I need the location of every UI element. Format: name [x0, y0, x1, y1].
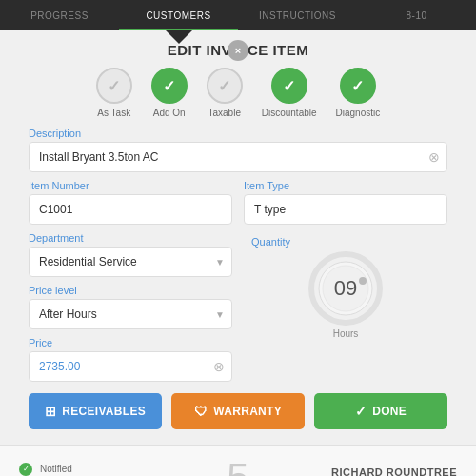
price-input-wrapper: ⊗	[29, 351, 232, 382]
quantity-label: Quantity	[251, 236, 290, 248]
toggle-circle-discountable[interactable]: ✓	[271, 68, 307, 104]
nav-customers[interactable]: CUSTOMERS	[119, 0, 238, 30]
item-type-input[interactable]	[244, 194, 447, 225]
top-navigation: PROGRESS CUSTOMERS INSTRUCTIONS 8-10	[0, 0, 476, 30]
item-type-section: Item Type	[244, 180, 447, 225]
description-input[interactable]	[29, 142, 447, 172]
notified-label: Notified	[40, 464, 72, 474]
nav-label: INSTRUCTIONS	[259, 10, 336, 21]
description-clear-icon[interactable]: ⊗	[428, 149, 440, 165]
warranty-button[interactable]: 🛡 WARRANTY	[171, 393, 305, 429]
department-select-wrapper: Residential Service Commercial HVAC ▼	[29, 247, 232, 277]
price-level-select[interactable]: After Hours Standard Premium	[29, 299, 232, 329]
done-button[interactable]: ✓ DONE	[314, 393, 447, 429]
toggle-label-as-task: As Task	[97, 108, 130, 118]
toggle-label-discountable: Discountable	[262, 108, 317, 118]
nav-arrow-indicator	[166, 30, 192, 44]
nav-progress[interactable]: PROGRESS	[0, 0, 119, 30]
toggle-label-taxable: Taxable	[208, 108, 241, 118]
toggle-row: ✓ As Task ✓ Add On ✓ Taxable ✓ Discounta…	[29, 68, 447, 118]
description-input-wrapper: ⊗	[29, 142, 447, 172]
close-button[interactable]: ×	[228, 40, 248, 61]
department-section: Department Residential Service Commercia…	[29, 232, 232, 277]
edit-invoice-modal: × EDIT INVOICE ITEM ✓ As Task ✓ Add On ✓…	[0, 30, 476, 445]
receivables-icon: ⊞	[45, 404, 56, 419]
toggle-discountable[interactable]: ✓ Discountable	[262, 68, 317, 118]
done-label: DONE	[372, 405, 407, 418]
price-label: Price	[29, 337, 232, 348]
customer-name: RICHARD ROUNDTREE	[268, 466, 457, 476]
quantity-knob[interactable]: 09	[307, 250, 384, 327]
customer-info: RICHARD ROUNDTREE +1 (614) 555-0123	[268, 466, 457, 476]
receivables-button[interactable]: ⊞ RECEIVABLES	[29, 393, 162, 429]
toggle-label-diagnostic: Diagnostic	[336, 108, 381, 118]
status-notified: ✓ Notified	[19, 463, 208, 476]
warranty-icon: 🛡	[194, 404, 208, 419]
toggle-circle-add-on[interactable]: ✓	[151, 68, 188, 104]
toggle-as-task[interactable]: ✓ As Task	[96, 68, 132, 118]
toggle-add-on[interactable]: ✓ Add On	[151, 68, 188, 118]
notified-check-icon: ✓	[19, 463, 32, 476]
nav-label: PROGRESS	[30, 10, 89, 21]
nav-label: CUSTOMERS	[146, 10, 210, 21]
price-level-label: Price level	[29, 285, 232, 296]
action-buttons: ⊞ RECEIVABLES 🛡 WARRANTY ✓ DONE	[29, 393, 447, 429]
toggle-diagnostic[interactable]: ✓ Diagnostic	[336, 68, 381, 118]
job-number: 5	[227, 455, 248, 477]
price-section: Price ⊗	[29, 337, 232, 382]
receivables-label: RECEIVABLES	[62, 405, 146, 418]
nav-instructions[interactable]: INSTRUCTIONS	[238, 0, 357, 30]
department-label: Department	[29, 232, 232, 244]
item-number-wrapper	[29, 194, 232, 225]
toggle-label-add-on: Add On	[153, 108, 186, 118]
quantity-value: 09	[334, 276, 357, 301]
done-icon: ✓	[355, 404, 367, 419]
price-clear-icon[interactable]: ⊗	[213, 359, 225, 374]
quantity-unit-label: Hours	[333, 328, 359, 339]
bottom-bar: ✓ Notified ✓ Dispatched 5 RICHARD ROUNDT…	[0, 445, 476, 476]
description-section: Description ⊗	[29, 128, 447, 172]
warranty-label: WARRANTY	[213, 405, 282, 418]
item-number-label: Item Number	[29, 180, 232, 191]
price-input[interactable]	[29, 351, 232, 382]
description-label: Description	[29, 128, 447, 139]
department-select[interactable]: Residential Service Commercial HVAC	[29, 247, 232, 277]
nav-time[interactable]: 8-10	[357, 0, 476, 30]
left-fields: Department Residential Service Commercia…	[29, 232, 232, 382]
svg-point-3	[359, 277, 367, 285]
item-type-wrapper	[244, 194, 447, 225]
toggle-circle-as-task[interactable]: ✓	[96, 68, 132, 104]
quantity-section: Quantity 09 Hours	[244, 232, 447, 339]
item-number-section: Item Number	[29, 180, 232, 225]
item-row: Item Number Item Type	[29, 180, 447, 225]
bottom-form: Department Residential Service Commercia…	[29, 232, 447, 382]
nav-label: 8-10	[406, 10, 426, 21]
price-level-section: Price level After Hours Standard Premium…	[29, 285, 232, 329]
toggle-taxable[interactable]: ✓ Taxable	[207, 68, 243, 118]
item-number-input[interactable]	[29, 194, 232, 225]
toggle-circle-taxable[interactable]: ✓	[207, 68, 243, 104]
status-items: ✓ Notified ✓ Dispatched	[19, 463, 208, 477]
price-level-select-wrapper: After Hours Standard Premium ▼	[29, 299, 232, 329]
toggle-circle-diagnostic[interactable]: ✓	[340, 68, 376, 104]
item-type-label: Item Type	[244, 180, 447, 191]
